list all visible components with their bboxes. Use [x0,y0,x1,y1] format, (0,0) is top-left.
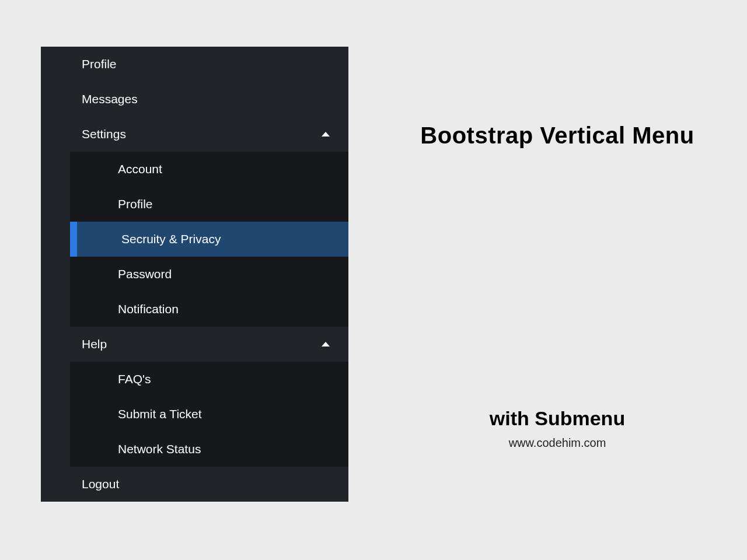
submenu-item-network-status[interactable]: Network Status [70,432,348,467]
menu-item-help[interactable]: Help [41,327,348,362]
submenu-item-label: Account [118,162,162,176]
submenu-item-label: Secruity & Privacy [121,232,221,246]
menu-item-label: Messages [82,92,138,106]
page-url: www.codehim.com [391,436,724,450]
menu-item-label: Profile [82,57,117,71]
page-subtitle: with Submenu [391,407,724,430]
menu-item-label: Settings [82,127,126,141]
submenu-item-password[interactable]: Password [70,257,348,292]
menu-item-label: Logout [82,477,119,491]
submenu-help: FAQ's Submit a Ticket Network Status [70,362,348,467]
sidebar: Profile Messages Settings Account Profil… [41,47,348,502]
submenu-item-profile[interactable]: Profile [70,187,348,222]
submenu-settings: Account Profile Secruity & Privacy Passw… [70,152,348,327]
submenu-item-label: Notification [118,302,179,316]
submenu-item-security-privacy[interactable]: Secruity & Privacy [70,222,348,257]
submenu-item-label: Profile [118,197,153,211]
submenu-item-notification[interactable]: Notification [70,292,348,327]
submenu-item-submit-ticket[interactable]: Submit a Ticket [70,397,348,432]
submenu-item-label: Submit a Ticket [118,407,202,421]
submenu-item-label: Password [118,267,172,281]
submenu-item-faqs[interactable]: FAQ's [70,362,348,397]
menu-item-messages[interactable]: Messages [41,82,348,117]
menu-item-label: Help [82,337,107,351]
menu-item-settings[interactable]: Settings [41,117,348,152]
caret-up-icon [322,132,330,136]
page-title: Bootstrap Vertical Menu [391,123,724,149]
submenu-item-label: FAQ's [118,372,151,386]
menu-item-logout[interactable]: Logout [41,467,348,502]
submenu-item-account[interactable]: Account [70,152,348,187]
submenu-item-label: Network Status [118,442,201,456]
menu-item-profile[interactable]: Profile [41,47,348,82]
caret-up-icon [322,342,330,346]
